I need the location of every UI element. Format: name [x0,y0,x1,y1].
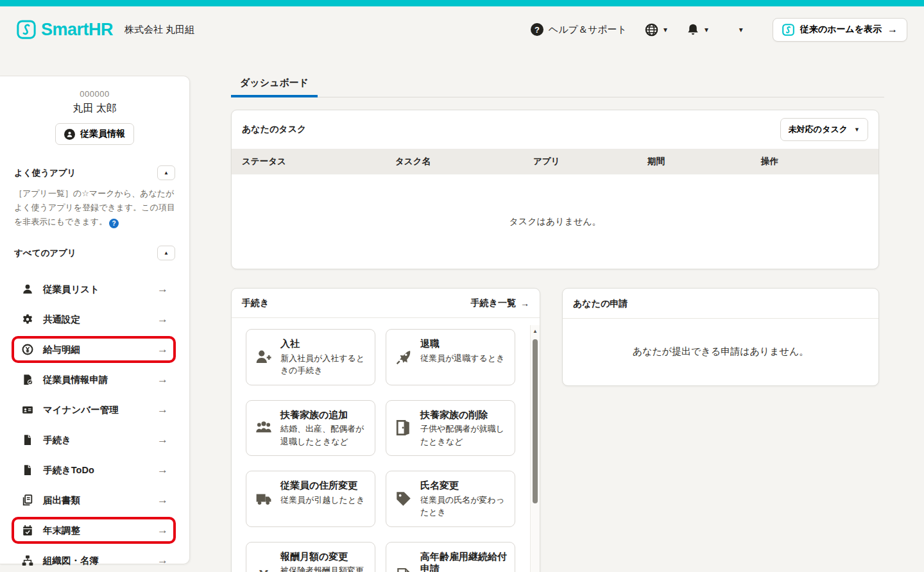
sidebar-item-procedures[interactable]: 手続き→ [14,429,173,451]
globe-icon [645,23,658,37]
brand-top-stripe [0,0,924,6]
tab-bar: ダッシュボード [231,76,884,97]
account-menu-button[interactable]: ▼ [738,26,744,33]
procedure-card-description: 子供や配偶者が就職したときなど [420,423,507,448]
help-support-link[interactable]: ? ヘルプ＆サポート [531,23,627,36]
all-apps-collapse-button[interactable]: ▲ [157,246,175,260]
arrow-right-icon: → [157,403,168,416]
procedure-card-description: 従業員が退職するとき [420,352,505,365]
task-filter-label: 未対応のタスク [789,124,848,135]
scrollbar-thumb[interactable] [533,339,538,503]
procedures-list-link[interactable]: 手続き一覧 → [471,298,529,309]
smarthr-mini-logo-icon [782,24,794,36]
procedure-card-joining[interactable]: 入社新入社員が入社するときの手続き [246,329,375,385]
procedure-card-description: 結婚、出産、配偶者が退職したときなど [280,423,367,448]
smarthr-logo-icon [17,20,36,39]
sidebar-item-label: 年末調整 [43,525,80,537]
tab-dashboard[interactable]: ダッシュボード [231,76,318,97]
tasks-empty-message: タスクはありません。 [232,174,878,269]
requests-panel: あなたの申請 あなたが提出できる申請はありません。 [562,288,879,386]
org-chart-icon [22,555,33,566]
caret-down-icon: ▼ [703,26,710,33]
procedures-panel: 手続き 手続き一覧 → 入社新入社員が入社するときの手続き退職従業員が退職すると… [231,288,540,572]
sidebar-item-notification-documents[interactable]: 届出書類→ [14,489,173,511]
procedure-card-title: 扶養家族の追加 [280,408,367,421]
employee-info-label: 従業員情報 [80,128,125,140]
bell-icon [687,23,699,36]
legacy-home-button[interactable]: 従来のホームを表示 → [773,18,907,42]
requests-title: あなたの申請 [573,298,628,308]
caret-up-icon: ▲ [164,170,169,176]
family-icon [254,408,273,448]
help-support-label: ヘルプ＆サポート [549,24,627,36]
procedure-card-remove-dependent[interactable]: 扶養家族の削除子供や配偶者が就職したときなど [386,400,515,457]
gear-icon [22,314,33,325]
sidebar-item-org-chart[interactable]: 組織図・名簿→ [14,550,173,571]
task-column-header: 操作 [761,156,778,167]
tasks-title: あなたのタスク [242,124,306,135]
arrow-right-icon: → [157,433,168,446]
procedure-card-add-dependent[interactable]: 扶養家族の追加結婚、出産、配偶者が退職したときなど [246,400,375,457]
document-icon [22,434,33,446]
sidebar-item-year-end-adjustment[interactable]: 年末調整→ [14,519,173,541]
legacy-home-label: 従来のホームを表示 [800,24,882,35]
all-apps-title: すべてのアプリ [14,248,76,259]
sidebar-item-employee-info-request[interactable]: 従業員情報申請→ [14,369,173,391]
language-menu-button[interactable]: ▼ [645,23,669,37]
app-list: 従業員リスト→共通設定→給与明細→従業員情報申請→マイナンバー管理→手続き→手続… [0,278,189,571]
sidebar-item-procedures-todo[interactable]: 手続きToDo→ [14,459,173,481]
procedure-card-resignation[interactable]: 退職従業員が退職するとき [386,329,515,385]
brand-name: SmartHR [41,20,113,40]
sidebar-item-label: 手続き [43,434,71,446]
person-add-icon [254,337,273,377]
task-filter-dropdown[interactable]: 未対応のタスク ▼ [780,118,868,141]
favorite-apps-collapse-button[interactable]: ▲ [157,165,175,180]
procedure-card-title: 従業員の住所変更 [280,479,365,492]
calendar-check-icon [22,525,33,536]
sidebar-item-common-settings[interactable]: 共通設定→ [14,308,173,330]
notifications-button[interactable]: ▼ [687,23,710,36]
app-header: SmartHR 株式会社 丸田組 ? ヘルプ＆サポート ▼ ▼ ▼ [0,6,924,53]
procedure-card-monthly-remuneration-change[interactable]: ¥報酬月額の変更被保険者報酬月額変更届を作成するとき [246,542,375,572]
caret-down-icon: ▼ [662,26,669,33]
sidebar-item-my-number[interactable]: マイナンバー管理→ [14,399,173,421]
arrow-right-icon: → [157,343,168,356]
sidebar-item-label: 組織図・名簿 [43,555,99,567]
procedures-scrollbar[interactable]: ▲ ▼ [530,325,540,572]
procedure-card-title: 報酬月額の変更 [280,550,367,563]
sidebar-item-employee-list[interactable]: 従業員リスト→ [14,278,173,300]
procedure-card-title: 退職 [420,337,505,350]
yen-icon: ¥ [254,550,273,572]
arrow-right-icon: → [157,524,168,537]
task-column-header: ステータス [242,156,395,167]
procedure-card-address-change[interactable]: 従業員の住所変更従業員が引越したとき [246,471,375,527]
help-badge-icon[interactable]: ? [109,219,119,228]
sidebar-item-label: 従業員情報申請 [43,374,108,386]
procedure-card-description: 従業員が引越したとき [280,494,365,507]
sidebar-item-label: マイナンバー管理 [43,404,119,416]
arrow-right-icon: → [157,313,168,326]
procedure-card-elderly-employment-benefit[interactable]: 60+高年齢雇用継続給付申請高年齢雇用継続給付を申請するとき [386,542,515,572]
payslip-icon [22,344,33,355]
employee-info-button[interactable]: 従業員情報 [55,123,134,145]
rocket-icon [394,337,413,377]
main-content: ダッシュボード あなたのタスク 未対応のタスク ▼ ステータスタスク名アプリ期間… [231,76,884,572]
sidebar-item-payslip[interactable]: 給与明細→ [14,339,173,360]
help-icon: ? [531,23,543,36]
arrow-right-icon: → [157,494,168,507]
task-table-header: ステータスタスク名アプリ期間操作 [232,149,878,174]
sidebar-item-label: 給与明細 [43,344,80,356]
arrow-right-icon: → [520,298,529,308]
caret-down-icon: ▼ [738,26,744,33]
scroll-up-arrow-icon[interactable]: ▲ [531,328,540,334]
arrow-right-icon: → [887,24,898,35]
procedure-card-name-change[interactable]: 氏名変更従業員の氏名が変わったとき [386,471,515,527]
requests-empty-message: あなたが提出できる申請はありません。 [563,319,878,385]
caret-down-icon: ▼ [854,126,860,133]
smarthr-logo[interactable]: SmartHR [17,20,113,40]
sidebar: 000000 丸田 太郎 従業員情報 よく使うアプリ ▲ ［アプリ一覧］の☆マー… [0,76,190,564]
procedure-card-title: 入社 [280,337,367,350]
procedure-card-title: 氏名変更 [420,479,507,492]
sidebar-item-label: 従業員リスト [43,283,99,296]
procedure-card-title: 高年齢雇用継続給付申請 [420,550,507,572]
